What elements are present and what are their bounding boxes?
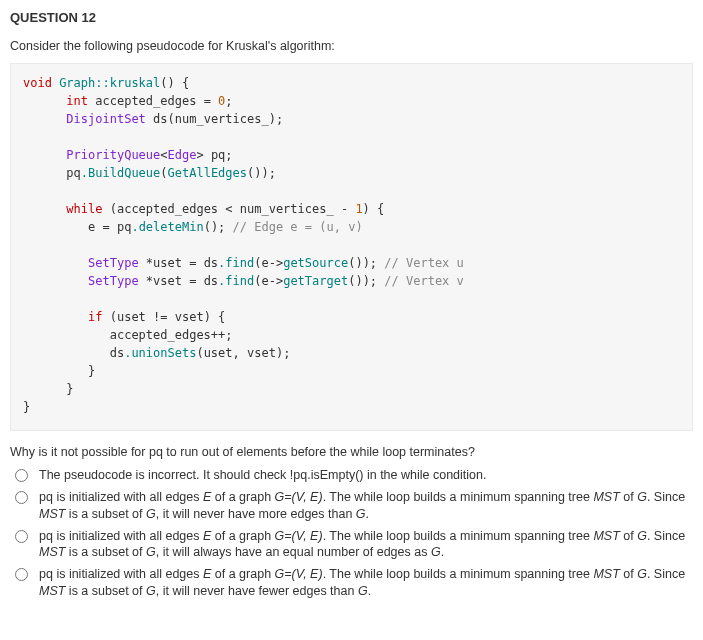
option-b[interactable]: pq is initialized with all edges E of a … bbox=[10, 489, 693, 522]
option-c[interactable]: pq is initialized with all edges E of a … bbox=[10, 528, 693, 561]
option-b-text: pq is initialized with all edges E of a … bbox=[39, 489, 693, 522]
answer-options: The pseudocode is incorrect. It should c… bbox=[10, 467, 693, 599]
followup-question: Why is it not possible for pq to run out… bbox=[10, 445, 693, 459]
option-a-text: The pseudocode is incorrect. It should c… bbox=[39, 467, 486, 483]
option-d-text: pq is initialized with all edges E of a … bbox=[39, 566, 693, 599]
option-a[interactable]: The pseudocode is incorrect. It should c… bbox=[10, 467, 693, 483]
pseudocode-block: void Graph::kruskal() { int accepted_edg… bbox=[10, 63, 693, 431]
option-c-text: pq is initialized with all edges E of a … bbox=[39, 528, 693, 561]
option-d-radio[interactable] bbox=[15, 568, 28, 581]
question-header: QUESTION 12 bbox=[10, 10, 693, 25]
option-c-radio[interactable] bbox=[15, 530, 28, 543]
question-prompt: Consider the following pseudocode for Kr… bbox=[10, 39, 693, 53]
option-d[interactable]: pq is initialized with all edges E of a … bbox=[10, 566, 693, 599]
option-b-radio[interactable] bbox=[15, 491, 28, 504]
option-a-radio[interactable] bbox=[15, 469, 28, 482]
